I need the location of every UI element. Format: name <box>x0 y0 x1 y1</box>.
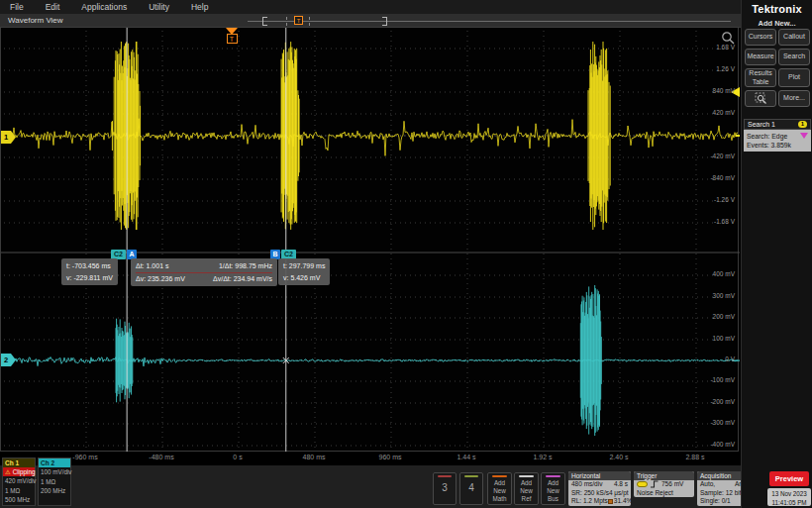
add-new-header: Add New... <box>742 19 812 28</box>
axis-label: 420 mV <box>713 110 735 117</box>
axis-label: -200 mV <box>710 399 735 406</box>
horizontal-title: Horizontal <box>568 471 631 480</box>
time-per-point: 4 μs/pt <box>609 489 629 498</box>
cursor-a-volt: v: -229.811 mV <box>66 272 113 284</box>
overview-marker-b <box>309 17 310 26</box>
menu-utility[interactable]: Utility <box>149 2 169 12</box>
ch3-button[interactable]: 3 <box>433 472 457 505</box>
datetime-display: 13 Nov 2023 11:41:05 PM <box>767 488 811 506</box>
trigger-position-marker[interactable]: T <box>225 28 239 44</box>
cursor-a-time: t: -703.456 ms <box>66 260 113 272</box>
search-button[interactable]: Search <box>778 49 810 65</box>
callout-button[interactable]: Callout <box>778 29 810 46</box>
cursor-b-time: t: 297.799 ms <box>283 260 325 272</box>
search-events: Events: 3.859k <box>747 141 808 150</box>
ref-color-stripe <box>519 475 534 477</box>
ch2-scale: 100 mV/div <box>39 467 70 477</box>
rising-edge-icon <box>651 480 659 488</box>
tab-waveform-view[interactable]: Waveform View <box>8 16 63 25</box>
time-label: 2.40 s <box>609 454 628 460</box>
waveform-plot-area[interactable]: T 1 2 C2 A B C2 t: -703.456 ms v: -229.8… <box>0 28 739 452</box>
cursors-button[interactable]: Cursors <box>745 29 776 46</box>
results-table-button[interactable]: Results Table <box>745 68 776 87</box>
more-button[interactable]: More... <box>778 90 810 107</box>
axis-label: -1.26 V <box>714 197 735 204</box>
overview-left-bracket[interactable] <box>262 17 267 26</box>
menu-file[interactable]: File <box>10 2 24 12</box>
axis-label: 200 mV <box>713 314 735 321</box>
cursor-b-volt: v: 5.426 mV <box>283 272 325 284</box>
overview-timeline <box>248 21 731 22</box>
add-new-math-button[interactable]: Add New Math <box>487 472 512 505</box>
time-axis: -960 ms -480 ms 0 s 480 ms 960 ms 1.44 s… <box>0 452 739 465</box>
add-new-ref-button[interactable]: Add New Ref <box>514 472 539 505</box>
search1-panel[interactable]: Search 1 1 Search: Edge Events: 3.859k <box>744 119 811 152</box>
tab-bar: Waveform View T <box>0 14 741 28</box>
axis-label: -420 mV <box>710 153 735 160</box>
acq-mode: Auto, <box>700 480 715 489</box>
add-new-bus-button[interactable]: Add New Bus <box>541 472 565 505</box>
menu-edit[interactable]: Edit <box>46 2 60 12</box>
trigger-mode: Noise Reject <box>634 489 694 498</box>
cursor-b-readout: t: 297.799 ms v: 5.426 mV <box>278 258 330 285</box>
oscilloscope-screen: File Edit Applications Utility Help Wave… <box>0 0 812 508</box>
overview-trigger-icon[interactable]: T <box>294 16 303 25</box>
ch2-badge-title: Ch 2 <box>39 458 70 467</box>
plot-button[interactable]: Plot <box>778 68 810 87</box>
time-label: 2.88 s <box>685 454 704 460</box>
horizontal-scale: 480 ms/div <box>571 480 602 489</box>
horizontal-panel[interactable]: Horizontal 480 ms/div4.8 s SR: 250 kS/s4… <box>568 471 631 506</box>
ch2-badge[interactable]: Ch 2 100 mV/div 1 MΩ 200 MHz <box>38 457 71 506</box>
time-label: 480 ms <box>303 454 326 460</box>
bus-color-stripe <box>546 475 560 477</box>
trigger-level: 756 mV <box>661 480 683 489</box>
axis-label: 840 mV <box>713 88 735 95</box>
ch3-label: 3 <box>442 482 448 493</box>
add-ref-label: Add New Ref <box>520 479 533 502</box>
axis-label: 1.26 V <box>716 66 735 73</box>
add-bus-label: Add New Bus <box>547 479 559 502</box>
tektronix-logo: Tektronix <box>742 3 812 15</box>
measure-button[interactable]: Measure <box>745 49 776 65</box>
delta-t: Δt: 1.001 s <box>136 260 168 272</box>
axis-label: 400 mV <box>713 271 735 278</box>
add-math-label: Add New Math <box>493 479 507 502</box>
axis-label: 100 mV <box>713 336 735 343</box>
search1-title: Search 1 <box>748 121 775 128</box>
axis-label: 300 mV <box>713 293 735 300</box>
record-length: RL: 1.2 Mpts <box>571 497 608 506</box>
axis-label: -1.68 V <box>714 219 735 226</box>
delta-v: Δv: 235.236 mV <box>136 273 185 285</box>
ch2-bandwidth: 200 MHz <box>39 486 70 496</box>
menu-bar: File Edit Applications Utility Help <box>0 0 741 14</box>
time-label: 1.44 s <box>457 454 475 460</box>
ch1-badge[interactable]: Ch 1 ⚠ Clipping 420 mV/div 1 MΩ 500 MHz <box>2 457 36 506</box>
trigger-source-ch1-pill <box>637 481 648 487</box>
preview-button[interactable]: Preview <box>769 471 809 486</box>
overview-right-bracket[interactable] <box>382 17 387 26</box>
ch1-scale: 420 mV/div <box>3 476 35 486</box>
compression-icon <box>608 499 613 504</box>
axis-label: -400 mV <box>710 442 735 449</box>
ch4-label: 4 <box>468 482 474 493</box>
overview-marker-a <box>286 17 287 26</box>
ch1-clipping-label: Clipping <box>13 467 36 476</box>
right-sidebar: Tektronix Add New... Cursors Callout Mea… <box>741 0 812 508</box>
trigger-panel[interactable]: Trigger 756 mV Noise Reject <box>634 471 694 497</box>
menu-help[interactable]: Help <box>191 2 208 12</box>
zoom-mode-icon <box>755 92 767 105</box>
search-marker-triangle-icon <box>800 133 808 139</box>
axis-label: 0 V <box>725 356 735 363</box>
sample-rate: SR: 250 kS/s <box>571 489 609 498</box>
axis-label: -100 mV <box>710 377 735 384</box>
ch1-impedance: 1 MΩ <box>3 486 35 496</box>
warning-icon: ⚠ <box>5 467 11 476</box>
zoom-mode-button[interactable] <box>745 90 776 107</box>
menu-applications[interactable]: Applications <box>81 2 127 12</box>
time-label: -480 ms <box>149 454 173 460</box>
time-label: 0 s <box>233 454 242 460</box>
trigger-title: Trigger <box>634 471 694 480</box>
axis-label: -840 mV <box>710 175 735 182</box>
time-label: -960 ms <box>72 454 97 460</box>
ch4-button[interactable]: 4 <box>459 472 483 505</box>
